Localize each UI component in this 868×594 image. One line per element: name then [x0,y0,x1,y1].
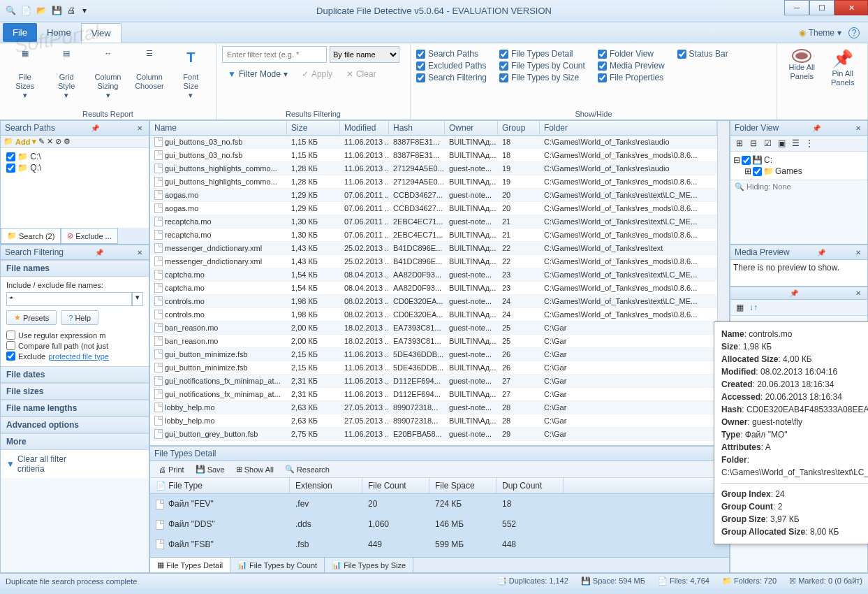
help-icon[interactable]: ? [848,27,860,38]
col-hash[interactable]: Hash [389,121,445,135]
table-row[interactable]: lobby_help.mo2,63 КБ27.05.2013 ...899072… [150,401,717,414]
compare-full-checkbox[interactable] [6,341,15,350]
col-group[interactable]: Group [498,121,540,135]
close-icon[interactable]: ✕ [853,249,863,256]
presets-button[interactable]: ★Presets [6,310,57,325]
showhide-checkbox[interactable]: Folder View [598,49,665,59]
table-row[interactable]: aogas.mo1,29 КБ07.06.2011 ...CCBD34627..… [150,202,717,215]
save-button[interactable]: 💾 Save [191,463,229,475]
research-button[interactable]: 🔍 Research [281,463,334,475]
col-folder[interactable]: Folder [540,121,717,135]
table-row[interactable]: lobby_help.mo2,63 КБ27.05.2013 ...899072… [150,414,717,428]
table-row[interactable]: gui_buttons_highlights_commo...1,28 КБ11… [150,175,717,189]
showhide-checkbox[interactable]: File Types by Size [499,73,585,82]
file-name-lengths-section[interactable]: File name lengths [1,400,149,416]
file-names-section[interactable]: File names [1,260,149,277]
col-file-count[interactable]: File Count [362,478,429,493]
tab-ft-detail[interactable]: ▦ File Types Detail [150,558,230,572]
new-icon[interactable]: 📄 [21,6,32,17]
showhide-checkbox[interactable]: File Types by Count [499,61,585,71]
menu-file[interactable]: File [3,23,37,42]
table-row[interactable]: messenger_dndictionary.xml1,43 КБ25.02.2… [150,242,717,255]
table-row[interactable]: gui_button_grey_button.fsb2,75 КБ11.06.2… [150,428,717,441]
filter-text-input[interactable] [222,46,327,63]
filter-mode-button[interactable]: ▼Filter Mode▾ [222,67,293,81]
col-size[interactable]: Size [287,121,340,135]
search-icon[interactable]: 🔍 [6,6,17,17]
showhide-checkbox[interactable]: Status Bar [677,49,728,59]
grid-style-button[interactable]: ▤Grid Style▾ [47,46,85,103]
dropdown-icon[interactable]: ▾ [132,292,143,306]
table-row[interactable]: messenger_dndictionary.xml1,43 КБ25.02.2… [150,255,717,268]
table-row[interactable]: gui_buttons_03_no.fsb1,15 КБ11.06.2013 .… [150,149,717,162]
check-icon[interactable]: ☑ [761,137,774,150]
drive-item[interactable]: 📁 C:\ [3,151,146,162]
table-row[interactable]: captcha.mo1,54 КБ08.04.2013 ...AA82D0F93… [150,282,717,295]
save-icon[interactable]: 💾 [52,6,63,17]
table-row[interactable]: gui_notifications_fx_minimap_at...2,31 К… [150,375,717,388]
close-icon[interactable]: ✕ [135,249,145,256]
list-icon[interactable]: ☰ [789,137,802,150]
file-sizes-section[interactable]: File sizes [1,383,149,400]
clear-filter-button[interactable]: ▼Clear all filter critieria [1,450,149,478]
pin-icon[interactable]: 📌 [788,289,800,297]
table-row[interactable]: captcha.mo1,54 КБ08.04.2013 ...AA82D0F93… [150,268,717,282]
table-row[interactable]: gui_notifications_fx_minimap_at...2,31 К… [150,388,717,401]
col-file-type[interactable]: 📄 File Type [150,478,290,493]
filter-by-select[interactable]: By file name [330,46,399,63]
advanced-options-section[interactable]: Advanced options [1,416,149,433]
tab-search[interactable]: 📁 Search (2) [1,228,61,244]
table-row[interactable]: ban_reason.mo2,00 КБ18.02.2013 ...EA7393… [150,321,717,335]
edit-icon[interactable]: ✎ [38,137,45,146]
font-size-button[interactable]: TFont Size▾ [172,46,210,103]
table-row[interactable]: gui_buttons_03_no.fsb1,15 КБ11.06.2013 .… [150,136,717,149]
minimize-button[interactable]: ─ [784,0,809,15]
table-row[interactable]: aogas.mo1,29 КБ07.06.2011 ...CCBD34627..… [150,189,717,202]
gear-icon[interactable]: ⚙ [64,137,71,146]
theme-button[interactable]: ◉Theme▾ ? [793,24,865,41]
apply-button[interactable]: ✓Apply [296,67,338,81]
showhide-checkbox[interactable]: Excluded Paths [416,61,487,71]
delete-icon[interactable]: ✕ [47,137,53,146]
col-name[interactable]: Name [150,121,287,135]
table-row[interactable]: ban_reason.mo2,00 КБ18.02.2013 ...EA7393… [150,335,717,348]
close-icon[interactable]: ✕ [853,124,863,132]
pin-icon[interactable]: 📌 [89,124,101,132]
menu-view[interactable]: View [81,23,122,43]
col-file-space[interactable]: File Space [429,478,496,493]
open-icon[interactable]: 📂 [36,6,47,17]
col-extension[interactable]: Extension [290,478,362,493]
pattern-input[interactable] [6,292,132,306]
maximize-button[interactable]: ☐ [809,0,834,15]
showhide-checkbox[interactable]: File Properties [598,73,665,82]
col-owner[interactable]: Owner [445,121,498,135]
tab-ft-size[interactable]: 📊 File Types by Size [325,558,413,572]
tree-icon[interactable]: ⋮ [803,137,816,150]
showhide-checkbox[interactable]: File Types Detail [499,49,585,59]
menu-home[interactable]: Home [37,23,81,42]
table-row[interactable]: gui_buttons_highlights_commo...1,28 КБ11… [150,162,717,175]
tree-node-games[interactable]: ⊞📁Games [733,166,865,177]
pin-all-panels-button[interactable]: 📌Pin All Panels [824,46,862,90]
showhide-checkbox[interactable]: Media Preview [598,61,665,71]
clear-button[interactable]: ✕Clear [341,67,382,81]
close-icon[interactable]: ✕ [135,124,145,132]
show-all-button[interactable]: ⊞ Show All [232,463,278,475]
column-chooser-button[interactable]: ☰Column Chooser [130,46,168,94]
table-row[interactable]: recaptcha.mo1,30 КБ07.06.2011 ...2EBC4EC… [150,215,717,229]
add-path-button[interactable]: 📁 Add ▾ [3,137,36,146]
table-row[interactable]: gui_button_minimize.fsb2,15 КБ11.06.2013… [150,348,717,361]
table-row[interactable]: recaptcha.mo1,30 КБ07.06.2011 ...2EBC4EC… [150,229,717,242]
drive-item[interactable]: 📁 Q:\ [3,162,146,173]
showhide-checkbox[interactable]: Search Filtering [416,73,487,82]
pin-icon[interactable]: 📌 [815,249,827,256]
col-dup-count[interactable]: Dup Count [496,478,564,493]
close-button[interactable]: ✕ [834,0,868,15]
categorized-icon[interactable]: ▦ [733,301,746,314]
file-type-row[interactable]: Файл "FEV".fev20724 КБ18 [150,494,729,514]
print-button[interactable]: 🖨 Print [154,463,189,475]
close-icon[interactable]: ✕ [853,289,863,297]
table-row[interactable]: controls.mo1,98 КБ08.02.2013 ...CD0E320E… [150,308,717,321]
toggle-icon[interactable]: ▣ [775,137,788,150]
qat-more-icon[interactable]: ▾ [82,6,94,17]
